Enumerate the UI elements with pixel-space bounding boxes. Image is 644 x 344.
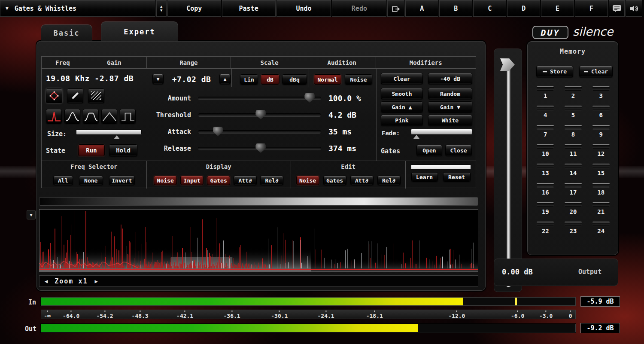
comment-button[interactable] [609,0,625,17]
memory-slot-button[interactable] [565,86,582,91]
memory-slot-button[interactable] [592,125,610,129]
memory-slot-button[interactable] [537,222,554,226]
gates-close-button[interactable]: Close [445,145,472,156]
zoom-prev-button[interactable]: ◀ [43,278,49,284]
tab-basic[interactable]: Basic [41,24,92,41]
fade-slider[interactable] [411,129,472,134]
edit-gates-button[interactable]: Gates [323,176,346,185]
release-slider-knob[interactable] [255,143,266,153]
memory-slot-button[interactable] [592,86,610,91]
volume-button[interactable] [626,0,642,17]
spectrum-scroll-marker[interactable]: ▼ [27,210,36,219]
memory-slot-button[interactable] [565,202,582,207]
memory-slot-button[interactable] [565,125,582,129]
gates-open-button[interactable]: Open [416,145,442,156]
paste-button[interactable]: Paste [222,0,276,17]
audition-normal-button[interactable]: Normal [314,74,341,85]
in-meter-label: In [28,298,36,306]
spectrum-display[interactable] [39,209,478,272]
audition-noise-button[interactable]: Noise [345,74,372,85]
modifier-gain-down-button[interactable]: Gain ▼ [428,101,472,113]
memory-slot-number: 13 [535,170,556,177]
output-fader-handle[interactable] [500,58,515,71]
slot-d-button[interactable]: D [507,0,540,17]
memory-slot-button[interactable] [565,222,582,226]
memory-store-button[interactable]: Store [536,66,573,77]
output-fader-track[interactable] [506,69,511,288]
undo-button[interactable]: Undo [276,0,331,17]
memory-slot-button[interactable] [565,144,582,149]
scale-lin-button[interactable]: Lin [240,74,258,85]
memory-slot-button[interactable] [537,106,554,110]
meter-scale: -∞-64.0-54.2-48.3-42.1-36.1-30.1-24.1-18… [41,310,576,319]
display-input-button[interactable]: Input [180,176,204,185]
threshold-slider-track[interactable] [198,113,321,116]
divider [105,276,105,286]
attack-slider-knob[interactable] [213,127,223,136]
display-gates-button[interactable]: Gates [207,176,230,185]
tab-expert[interactable]: Expert [101,21,178,41]
export-button[interactable] [387,0,404,17]
display-rel-button[interactable]: Rel∂ [260,176,283,185]
memory-slot-button[interactable] [537,164,554,168]
slot-b-button[interactable]: B [439,0,472,17]
modifier-pink-button[interactable]: Pink [381,115,423,126]
memory-slot-button[interactable] [537,125,554,129]
zoom-next-button[interactable]: ▶ [93,278,99,284]
memory-slot: 7 [535,125,556,138]
memory-slot: 8 [562,125,584,138]
edit-att-button[interactable]: Att∂ [350,176,374,185]
attack-slider-track[interactable] [198,130,321,133]
edit-noise-button[interactable]: Noise [296,176,319,185]
learn-button[interactable]: Learn [411,172,438,182]
freq-none-button[interactable]: None [79,176,103,185]
spectrum-canvas[interactable] [39,210,478,271]
memory-slot-button[interactable] [592,106,610,110]
slot-e-button[interactable]: E [541,0,574,17]
amount-slider-track[interactable] [198,97,321,100]
amount-slider-knob[interactable] [304,93,315,103]
modifier-smooth-button[interactable]: Smooth [381,88,423,99]
memory-slot-button[interactable] [592,222,610,226]
memory-slot-button[interactable] [592,183,610,187]
threshold-slider-knob[interactable] [255,110,266,119]
memory-slot: 22 [535,222,556,234]
scale-dbq-button[interactable]: dBq [282,74,307,85]
memory-slot-button[interactable] [592,202,610,207]
memory-slot-button[interactable] [565,183,582,187]
modifier-random-button[interactable]: Random [428,88,472,99]
memory-slot-button[interactable] [537,202,554,207]
copy-button[interactable]: Copy [167,0,221,17]
display-noise-button[interactable]: Noise [154,176,177,185]
memory-slot-button[interactable] [537,183,554,187]
memory-clear-button[interactable]: Clear [579,66,613,77]
preset-stepper[interactable]: ▲▼ [156,0,167,17]
memory-slot-button[interactable] [592,164,610,168]
scale-db-button[interactable]: dB [261,74,279,85]
slot-c-button[interactable]: C [473,0,506,17]
freq-invert-button[interactable]: Invert [109,176,135,185]
range-down-button[interactable]: ▼ [152,74,164,84]
fade-slider-handle[interactable] [413,135,419,139]
edit-rel-button[interactable]: Rel∂ [377,176,401,185]
release-slider-track[interactable] [198,147,321,150]
memory-slot-button[interactable] [537,144,554,149]
freq-all-button[interactable]: All [53,176,73,185]
modifier-gain-up-button[interactable]: Gain ▲ [381,101,423,113]
modifier-clear-button[interactable]: Clear [381,73,423,84]
redo-button[interactable]: Redo [332,0,386,17]
memory-slot-number: 20 [562,208,584,215]
range-up-button[interactable]: ▲ [219,74,231,84]
modifier-white-button[interactable]: White [428,115,472,126]
reset-button[interactable]: Reset [443,172,471,182]
display-att-button[interactable]: Att∂ [234,176,257,185]
attack-value: 35 ms [328,125,375,138]
slot-f-button[interactable]: F [575,0,608,17]
slot-a-button[interactable]: A [405,0,438,17]
memory-slot-button[interactable] [592,144,610,149]
preset-selector[interactable]: ▼ Gates & Whistles [0,0,155,17]
memory-slot-button[interactable] [537,86,554,91]
memory-slot-button[interactable] [565,106,582,110]
memory-slot-button[interactable] [565,164,582,168]
modifier-minus40-button[interactable]: -40 dB [428,73,472,84]
